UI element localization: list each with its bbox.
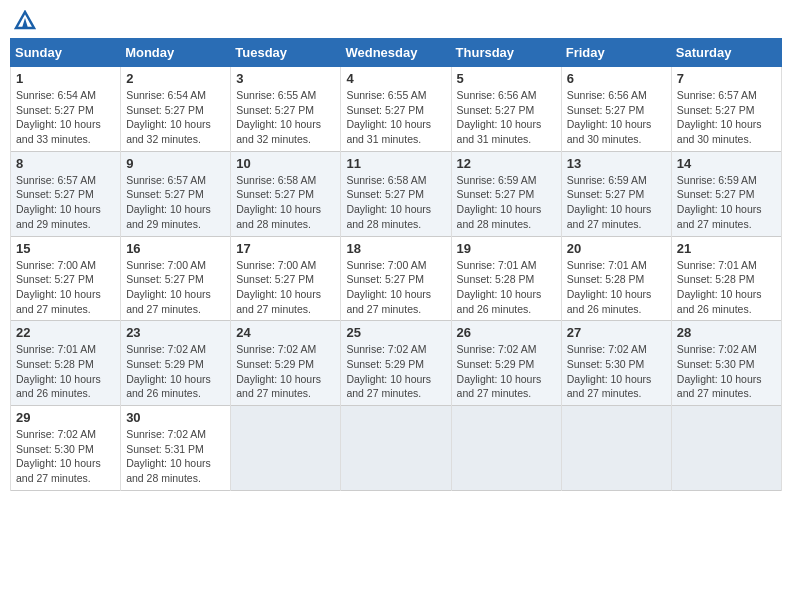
day-number: 10 <box>236 156 335 171</box>
day-number: 15 <box>16 241 115 256</box>
calendar-cell: 30Sunrise: 7:02 AM Sunset: 5:31 PM Dayli… <box>121 406 231 491</box>
day-header-tuesday: Tuesday <box>231 39 341 67</box>
week-row-1: 1Sunrise: 6:54 AM Sunset: 5:27 PM Daylig… <box>11 67 782 152</box>
day-number: 18 <box>346 241 445 256</box>
calendar-cell <box>341 406 451 491</box>
day-header-wednesday: Wednesday <box>341 39 451 67</box>
calendar-cell: 10Sunrise: 6:58 AM Sunset: 5:27 PM Dayli… <box>231 151 341 236</box>
day-number: 23 <box>126 325 225 340</box>
day-number: 7 <box>677 71 776 86</box>
calendar-cell: 24Sunrise: 7:02 AM Sunset: 5:29 PM Dayli… <box>231 321 341 406</box>
day-info: Sunrise: 6:58 AM Sunset: 5:27 PM Dayligh… <box>236 173 335 232</box>
calendar-cell: 11Sunrise: 6:58 AM Sunset: 5:27 PM Dayli… <box>341 151 451 236</box>
day-number: 1 <box>16 71 115 86</box>
day-info: Sunrise: 7:02 AM Sunset: 5:29 PM Dayligh… <box>126 342 225 401</box>
calendar-cell: 19Sunrise: 7:01 AM Sunset: 5:28 PM Dayli… <box>451 236 561 321</box>
calendar-cell: 15Sunrise: 7:00 AM Sunset: 5:27 PM Dayli… <box>11 236 121 321</box>
day-info: Sunrise: 7:02 AM Sunset: 5:30 PM Dayligh… <box>16 427 115 486</box>
day-number: 29 <box>16 410 115 425</box>
day-number: 2 <box>126 71 225 86</box>
logo-icon <box>14 10 36 30</box>
day-number: 28 <box>677 325 776 340</box>
day-info: Sunrise: 6:57 AM Sunset: 5:27 PM Dayligh… <box>16 173 115 232</box>
logo <box>14 10 40 30</box>
calendar-cell: 25Sunrise: 7:02 AM Sunset: 5:29 PM Dayli… <box>341 321 451 406</box>
day-number: 8 <box>16 156 115 171</box>
calendar-cell: 12Sunrise: 6:59 AM Sunset: 5:27 PM Dayli… <box>451 151 561 236</box>
day-info: Sunrise: 6:55 AM Sunset: 5:27 PM Dayligh… <box>236 88 335 147</box>
day-info: Sunrise: 7:02 AM Sunset: 5:31 PM Dayligh… <box>126 427 225 486</box>
calendar-cell: 28Sunrise: 7:02 AM Sunset: 5:30 PM Dayli… <box>671 321 781 406</box>
calendar-cell: 9Sunrise: 6:57 AM Sunset: 5:27 PM Daylig… <box>121 151 231 236</box>
day-info: Sunrise: 6:57 AM Sunset: 5:27 PM Dayligh… <box>677 88 776 147</box>
calendar-cell: 22Sunrise: 7:01 AM Sunset: 5:28 PM Dayli… <box>11 321 121 406</box>
week-row-5: 29Sunrise: 7:02 AM Sunset: 5:30 PM Dayli… <box>11 406 782 491</box>
day-number: 19 <box>457 241 556 256</box>
day-number: 21 <box>677 241 776 256</box>
day-info: Sunrise: 6:54 AM Sunset: 5:27 PM Dayligh… <box>16 88 115 147</box>
svg-marker-1 <box>22 18 28 28</box>
day-info: Sunrise: 7:01 AM Sunset: 5:28 PM Dayligh… <box>457 258 556 317</box>
day-info: Sunrise: 6:56 AM Sunset: 5:27 PM Dayligh… <box>567 88 666 147</box>
week-row-2: 8Sunrise: 6:57 AM Sunset: 5:27 PM Daylig… <box>11 151 782 236</box>
day-number: 17 <box>236 241 335 256</box>
day-number: 13 <box>567 156 666 171</box>
calendar-cell: 7Sunrise: 6:57 AM Sunset: 5:27 PM Daylig… <box>671 67 781 152</box>
day-number: 25 <box>346 325 445 340</box>
calendar-cell: 26Sunrise: 7:02 AM Sunset: 5:29 PM Dayli… <box>451 321 561 406</box>
days-header-row: SundayMondayTuesdayWednesdayThursdayFrid… <box>11 39 782 67</box>
day-number: 9 <box>126 156 225 171</box>
day-number: 12 <box>457 156 556 171</box>
day-info: Sunrise: 7:01 AM Sunset: 5:28 PM Dayligh… <box>16 342 115 401</box>
day-info: Sunrise: 6:56 AM Sunset: 5:27 PM Dayligh… <box>457 88 556 147</box>
day-header-monday: Monday <box>121 39 231 67</box>
day-info: Sunrise: 6:57 AM Sunset: 5:27 PM Dayligh… <box>126 173 225 232</box>
day-number: 24 <box>236 325 335 340</box>
calendar-cell: 21Sunrise: 7:01 AM Sunset: 5:28 PM Dayli… <box>671 236 781 321</box>
day-header-saturday: Saturday <box>671 39 781 67</box>
calendar-cell: 8Sunrise: 6:57 AM Sunset: 5:27 PM Daylig… <box>11 151 121 236</box>
calendar-cell: 17Sunrise: 7:00 AM Sunset: 5:27 PM Dayli… <box>231 236 341 321</box>
calendar-cell: 2Sunrise: 6:54 AM Sunset: 5:27 PM Daylig… <box>121 67 231 152</box>
day-header-sunday: Sunday <box>11 39 121 67</box>
day-number: 27 <box>567 325 666 340</box>
day-info: Sunrise: 6:59 AM Sunset: 5:27 PM Dayligh… <box>677 173 776 232</box>
day-number: 14 <box>677 156 776 171</box>
day-info: Sunrise: 6:59 AM Sunset: 5:27 PM Dayligh… <box>567 173 666 232</box>
day-info: Sunrise: 6:55 AM Sunset: 5:27 PM Dayligh… <box>346 88 445 147</box>
day-number: 5 <box>457 71 556 86</box>
day-info: Sunrise: 7:01 AM Sunset: 5:28 PM Dayligh… <box>567 258 666 317</box>
day-info: Sunrise: 6:58 AM Sunset: 5:27 PM Dayligh… <box>346 173 445 232</box>
day-info: Sunrise: 7:02 AM Sunset: 5:30 PM Dayligh… <box>677 342 776 401</box>
calendar-cell <box>561 406 671 491</box>
day-number: 22 <box>16 325 115 340</box>
day-info: Sunrise: 6:54 AM Sunset: 5:27 PM Dayligh… <box>126 88 225 147</box>
calendar-cell: 4Sunrise: 6:55 AM Sunset: 5:27 PM Daylig… <box>341 67 451 152</box>
calendar-cell: 1Sunrise: 6:54 AM Sunset: 5:27 PM Daylig… <box>11 67 121 152</box>
calendar-cell: 5Sunrise: 6:56 AM Sunset: 5:27 PM Daylig… <box>451 67 561 152</box>
day-info: Sunrise: 7:01 AM Sunset: 5:28 PM Dayligh… <box>677 258 776 317</box>
day-info: Sunrise: 7:02 AM Sunset: 5:29 PM Dayligh… <box>236 342 335 401</box>
day-header-friday: Friday <box>561 39 671 67</box>
calendar-cell <box>231 406 341 491</box>
day-number: 11 <box>346 156 445 171</box>
day-info: Sunrise: 7:02 AM Sunset: 5:29 PM Dayligh… <box>346 342 445 401</box>
calendar-cell <box>671 406 781 491</box>
header <box>10 10 782 30</box>
calendar-cell: 27Sunrise: 7:02 AM Sunset: 5:30 PM Dayli… <box>561 321 671 406</box>
week-row-4: 22Sunrise: 7:01 AM Sunset: 5:28 PM Dayli… <box>11 321 782 406</box>
day-number: 16 <box>126 241 225 256</box>
calendar-table: SundayMondayTuesdayWednesdayThursdayFrid… <box>10 38 782 491</box>
calendar-cell: 29Sunrise: 7:02 AM Sunset: 5:30 PM Dayli… <box>11 406 121 491</box>
calendar-cell: 3Sunrise: 6:55 AM Sunset: 5:27 PM Daylig… <box>231 67 341 152</box>
calendar-cell: 6Sunrise: 6:56 AM Sunset: 5:27 PM Daylig… <box>561 67 671 152</box>
calendar-cell: 23Sunrise: 7:02 AM Sunset: 5:29 PM Dayli… <box>121 321 231 406</box>
day-info: Sunrise: 6:59 AM Sunset: 5:27 PM Dayligh… <box>457 173 556 232</box>
day-info: Sunrise: 7:02 AM Sunset: 5:29 PM Dayligh… <box>457 342 556 401</box>
calendar-cell: 18Sunrise: 7:00 AM Sunset: 5:27 PM Dayli… <box>341 236 451 321</box>
week-row-3: 15Sunrise: 7:00 AM Sunset: 5:27 PM Dayli… <box>11 236 782 321</box>
day-header-thursday: Thursday <box>451 39 561 67</box>
day-info: Sunrise: 7:00 AM Sunset: 5:27 PM Dayligh… <box>126 258 225 317</box>
day-number: 4 <box>346 71 445 86</box>
day-info: Sunrise: 7:00 AM Sunset: 5:27 PM Dayligh… <box>346 258 445 317</box>
